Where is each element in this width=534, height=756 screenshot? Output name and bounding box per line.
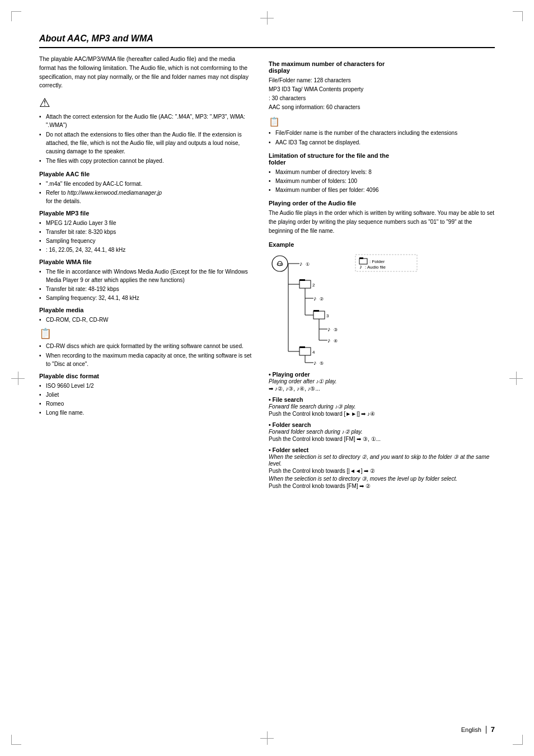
disc-item-2: Joliet	[39, 391, 252, 399]
section-playable-media-title: Playable media	[39, 307, 252, 313]
example-title: Example	[269, 241, 495, 248]
file-search-title: • File search	[269, 396, 303, 403]
corner-mark-bl	[11, 735, 21, 745]
svg-text:⑤: ⑤	[320, 361, 324, 365]
playing-order-title: Playing order of the Audio file	[269, 200, 495, 206]
page: About AAC, MP3 and WMA The playable AAC/…	[0, 0, 534, 756]
section-playable-wma-title: Playable WMA file	[39, 259, 252, 265]
svg-text:2: 2	[312, 283, 315, 288]
corner-mark-tl	[11, 11, 21, 21]
playing-order-text: The Audio file plays in the order which …	[269, 209, 495, 236]
note-icon-media: 📋	[39, 327, 252, 340]
svg-text:♪: ♪	[299, 260, 303, 267]
section-playable-disc-title: Playable disc format	[39, 373, 252, 379]
page-number: 7	[491, 725, 495, 734]
svg-text:♪: ♪	[327, 337, 331, 344]
folder-select-body1: Push the Control knob towards [|◄◄] ➡ ②	[269, 468, 375, 474]
svg-rect-15	[299, 279, 305, 281]
limit-item-3: Maximum number of files per folder: 4096	[269, 186, 495, 194]
folder-search-item: • Folder search Forward folder search du…	[269, 421, 495, 443]
crosshair-right	[509, 372, 523, 385]
limitation-title: Limitation of structure for the file and…	[269, 152, 495, 166]
svg-rect-36	[299, 348, 311, 355]
limit-item-1: Maximum number of directory levels: 8	[269, 168, 495, 176]
media-note-list: CD-RW discs which are quick formatted by…	[39, 342, 252, 368]
svg-text:①: ①	[306, 262, 310, 267]
folder-search-title: • Folder search	[269, 421, 311, 428]
file-search-item: • File search Forward file search during…	[269, 396, 495, 418]
section-playable-aac-title: Playable AAC file	[39, 171, 252, 177]
media-note-1: CD-RW discs which are quick formatted by…	[39, 342, 252, 350]
chars-note-1: File/Folder name is the number of the ch…	[269, 129, 495, 137]
wma-item-3: Sampling frequency: 32, 44.1, 48 kHz	[39, 294, 252, 302]
file-search-italic: Forward file search during ♪③ play.	[269, 403, 356, 410]
aac-item-2: Refer to http://www.kenwood.mediamanager…	[39, 189, 252, 205]
folder-select-title: • Folder select	[269, 447, 308, 453]
disc-item-1: ISO 9660 Level 1/2	[39, 382, 252, 390]
footer-language: English	[461, 726, 481, 733]
mp3-item-3: Sampling frequency	[39, 237, 252, 245]
folder-select-italic2: When the selection is set to directory ③…	[269, 476, 457, 482]
svg-text:: Audio file: : Audio file	[365, 265, 386, 270]
svg-rect-24	[313, 310, 319, 312]
playable-aac-list: ".m4a" file encoded by AAC-LC format. Re…	[39, 180, 252, 205]
disc-item-3: Romeo	[39, 400, 252, 408]
warning-icon: ⚠	[39, 96, 252, 110]
folder-select-body2: Push the Control knob towards [FM] ➡ ②	[269, 483, 371, 489]
folder-search-body: Push the Control knob toward [FM] ➡ ③, ①…	[269, 436, 381, 442]
crosshair-bottom	[260, 731, 274, 745]
max-chars-title: The maximum number of characters fordisp…	[269, 60, 495, 74]
content-area: The playable AAC/MP3/WMA file (hereafter…	[39, 55, 495, 494]
char-line-2: MP3 ID3 Tag/ WMA Contents property	[269, 85, 495, 94]
corner-mark-tr	[513, 11, 523, 21]
char-line-1: File/Folder name: 128 characters	[269, 76, 495, 85]
svg-text:: Folder: : Folder	[369, 259, 385, 264]
folder-search-italic: Forward folder search during ♪② play.	[269, 429, 363, 435]
mp3-item-2: Transfer bit rate: 8-320 kbps	[39, 228, 252, 236]
crosshair-left	[11, 372, 25, 385]
playable-disc-list: ISO 9660 Level 1/2 Joliet Romeo Long fil…	[39, 382, 252, 417]
svg-text:4: 4	[312, 350, 315, 355]
note-icon-chars: 📋	[269, 116, 280, 127]
media-note-2: When recording to the maximum media capa…	[39, 351, 252, 368]
media-item-1: CD-ROM, CD-R, CD-RW	[39, 316, 252, 324]
svg-rect-37	[299, 346, 305, 348]
warning-item-2: Do not attach the extensions to files ot…	[39, 130, 252, 156]
svg-rect-5	[359, 257, 363, 259]
wma-item-2: Transfer bit rate: 48-192 kbps	[39, 285, 252, 293]
warning-list: Attach the correct extension for the Aud…	[39, 112, 252, 165]
limitation-list: Maximum number of directory levels: 8 Ma…	[269, 168, 495, 194]
crosshair-top	[260, 11, 274, 25]
play-order-italic: Playing order after ♪① play.	[269, 378, 337, 384]
play-order-title: • Playing order	[269, 371, 310, 378]
svg-text:③: ③	[334, 327, 338, 332]
svg-text:♪: ♪	[359, 264, 362, 270]
aac-item-1: ".m4a" file encoded by AAC-LC format.	[39, 180, 252, 188]
folder-diagram: CD : Folder ♪ : Audio file ♪ ①	[269, 253, 425, 365]
svg-rect-23	[313, 311, 325, 319]
page-title: About AAC, MP3 and WMA	[39, 34, 495, 48]
playing-section: • Playing order Playing order after ♪① p…	[269, 371, 495, 490]
mp3-item-1: MPEG 1/2 Audio Layer 3 file	[39, 219, 252, 227]
play-order-item: • Playing order Playing order after ♪① p…	[269, 371, 495, 393]
playable-wma-list: The file in accordance with Windows Medi…	[39, 267, 252, 302]
section-playable-mp3-title: Playable MP3 file	[39, 210, 252, 217]
folder-select-item: • Folder select When the selection is se…	[269, 447, 495, 490]
warning-item-3: The files with copy protection cannot be…	[39, 157, 252, 165]
chars-note-2: AAC ID3 Tag cannot be displayed.	[269, 138, 495, 147]
char-info-block: File/Folder name: 128 characters MP3 ID3…	[269, 76, 495, 112]
disc-item-4: Long file name.	[39, 408, 252, 417]
char-line-4: AAC song information: 60 characters	[269, 103, 495, 112]
warning-item-1: Attach the correct extension for the Aud…	[39, 112, 252, 129]
svg-text:CD: CD	[277, 262, 283, 267]
svg-text:②: ②	[320, 297, 324, 302]
corner-mark-br	[513, 735, 523, 745]
footer: English 7	[461, 725, 495, 734]
folder-select-italic1: When the selection is set to directory ②…	[269, 454, 489, 467]
play-order-body: ➡ ♪②, ♪③, ♪④, ♪⑤...	[269, 386, 320, 392]
mp3-item-4: : 16, 22.05, 24, 32, 44.1, 48 kHz	[39, 246, 252, 254]
svg-text:♪: ♪	[313, 295, 317, 302]
left-column: The playable AAC/MP3/WMA file (hereafter…	[39, 55, 252, 494]
svg-rect-14	[299, 280, 311, 288]
aac-link: http://www.kenwood.mediamanager.jp	[67, 190, 162, 196]
